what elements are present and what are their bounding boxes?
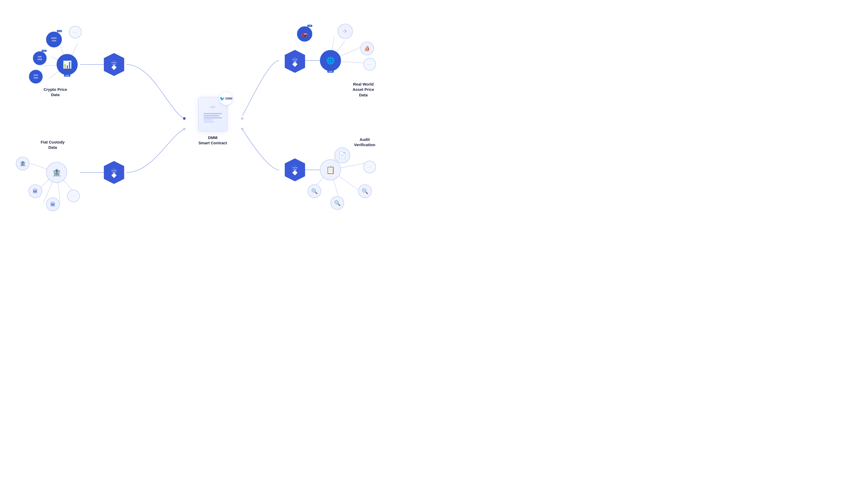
svg-point-1 <box>183 128 186 130</box>
dmm-badge: 🐦 DMM <box>219 92 233 105</box>
boat-icon: ⛵ <box>364 45 370 52</box>
chainlink-hex-bottom-left: </> CHAINLINK <box>104 161 125 184</box>
hex-code-icon-bl: </> <box>113 168 115 169</box>
car-icon: 🚗 <box>301 31 308 37</box>
contract-card: 🐦 DMM </> <box>198 97 227 131</box>
hex-chain-text-tl: CHAINLINK <box>111 61 116 65</box>
hex-code-icon-br: </> <box>294 165 296 167</box>
contract-line-5 <box>203 121 215 123</box>
fiat-hub-node: 🏦 <box>46 162 67 183</box>
audit-hub-node: 📋 <box>320 159 341 180</box>
audit-label: Audit Verification <box>338 137 391 148</box>
audit-more-node: ··· <box>363 161 376 173</box>
search-icon-1: 🔍 <box>311 188 318 194</box>
search-node-3: 🔍 <box>358 184 372 198</box>
bank-node-1: 🏦 <box>16 157 30 170</box>
boat-node: ⛵ <box>360 42 374 55</box>
hex-diamond-bl <box>111 173 116 178</box>
contract-line-1 <box>203 113 222 114</box>
plane-icon: ✈ <box>343 28 347 35</box>
contract-line-3 <box>203 117 222 118</box>
hex-shape-bl: </> CHAINLINK <box>104 161 125 184</box>
usdc-live-badge: LIVE <box>57 30 62 32</box>
hex-chain-text-tr: CHAINLINK <box>292 58 297 61</box>
contract-line-4 <box>203 119 213 120</box>
dai-live-badge: LIVE <box>42 50 47 52</box>
dmm-badge-text: DMM <box>225 97 232 100</box>
car-live-badge: LIVE <box>307 25 312 27</box>
check-doc-icon: 📄 <box>338 152 346 159</box>
svg-point-0 <box>183 117 186 120</box>
coins-icon: 🏦 <box>52 168 61 177</box>
hex-inner-tr: </> CHAINLINK <box>292 57 297 66</box>
chainlink-hex-top-left: </> CHAINLINK <box>104 53 125 76</box>
hex-chain-text-br: CHAINLINK <box>292 167 297 170</box>
fiat-more-dots: ··· <box>71 194 76 198</box>
car-node: LIVE 🚗 <box>297 26 312 42</box>
dai-usd-node: LIVE DAIUSD <box>33 51 47 65</box>
chainlink-hex-top-right: </> CHAINLINK <box>284 50 305 73</box>
dai-usd-text: DAIUSD <box>38 56 42 60</box>
contract-code-symbol: </> <box>211 105 215 109</box>
bank-node-2: 🏛 <box>29 184 42 198</box>
audit-doc-icon: 📋 <box>326 166 335 174</box>
realworld-live-badge: LIVE <box>327 70 333 73</box>
usdc-usd-node: LIVE USDCUSD <box>46 32 62 48</box>
crypto-price-label: Crypto Price Data <box>32 87 79 98</box>
chainlink-hex-bottom-right: </> CHAINLINK <box>284 158 305 182</box>
eth-usd-text: ETHUSD <box>34 74 38 79</box>
realworld-hub-node: 🌐 LIVE <box>320 50 341 71</box>
hex-inner-bl: </> CHAINLINK <box>111 168 116 177</box>
fiat-label: Fiat Custody Data <box>26 140 79 150</box>
search-icon-3: 🔍 <box>362 188 368 194</box>
crypto-hub-live-badge: LIVE <box>64 74 70 77</box>
hex-inner-br: </> CHAINLINK <box>292 165 297 174</box>
hex-chain-text-bl: CHAINLINK <box>111 169 116 173</box>
svg-point-2 <box>241 117 243 120</box>
plane-node: ✈ <box>338 24 353 39</box>
search-node-1: 🔍 <box>308 184 321 198</box>
hex-shape-br: </> CHAINLINK <box>284 158 305 182</box>
hex-shape-tl: </> CHAINLINK <box>104 53 125 76</box>
audit-more-dots: ··· <box>367 165 372 169</box>
hex-diamond-tl <box>111 65 116 70</box>
contract-line-2 <box>203 115 219 116</box>
usdc-usd-text: USDCUSD <box>51 37 57 42</box>
diagram-container: 🐦 DMM </> DMM Smart Contract 📊 LIVE LIVE… <box>0 0 426 252</box>
contract-label: DMM Smart Contract <box>199 135 227 145</box>
hex-shape-tr: </> CHAINLINK <box>284 50 305 73</box>
hex-code-icon-tl: </> <box>113 60 115 61</box>
audit-check-node: 📄 <box>334 147 350 163</box>
svg-point-3 <box>241 128 243 130</box>
fiat-more-node: ··· <box>67 190 80 202</box>
hex-diamond-br <box>292 170 297 175</box>
hex-inner-tl: </> CHAINLINK <box>111 60 116 69</box>
bank-icon-1: 🏦 <box>19 160 26 167</box>
realworld-label: Real World Asset Price Data <box>337 82 390 98</box>
crypto-hub-node: 📊 LIVE <box>57 54 78 75</box>
hex-diamond-tr <box>292 61 297 67</box>
bank-icon-2: 🏛 <box>33 188 38 194</box>
bank-node-3: 🏛 <box>46 198 60 211</box>
search-node-2: 🔍 <box>330 196 344 210</box>
hex-code-icon-tr: </> <box>294 57 296 58</box>
center-smart-contract: 🐦 DMM </> DMM Smart Contract <box>198 97 227 145</box>
search-icon-2: 🔍 <box>334 200 341 206</box>
crypto-more-node: ··· <box>69 26 82 38</box>
chart-icon: 📊 <box>63 60 72 69</box>
realworld-more-dots: ··· <box>367 62 372 66</box>
crypto-more-dots: ··· <box>73 30 78 34</box>
realworld-more-node: ··· <box>363 58 376 71</box>
dmm-bird-icon: 🐦 <box>220 96 225 101</box>
globe-data-icon: 🌐 <box>326 57 334 65</box>
eth-usd-node: ETHUSD <box>29 70 43 84</box>
contract-line-group <box>203 112 222 124</box>
bank-icon-3: 🏛 <box>50 201 56 208</box>
